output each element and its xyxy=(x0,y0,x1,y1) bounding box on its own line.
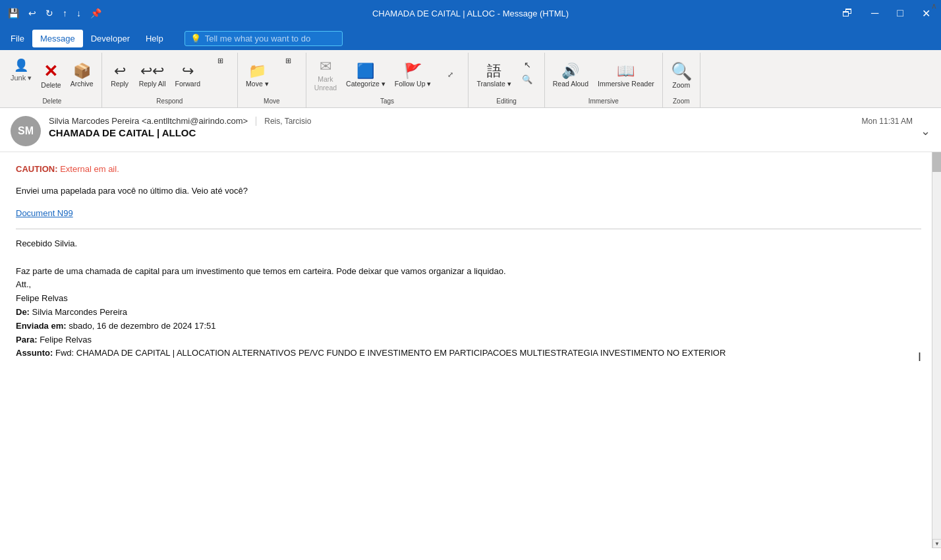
ribbon-group-tags: ✉ MarkUnread 🟦 Categorize ▾ 🚩 Follow Up … xyxy=(306,53,469,107)
fwd-de-value: Silvia Marcondes Pereira xyxy=(32,307,128,317)
tell-me-search[interactable]: 💡 xyxy=(185,31,343,46)
minimize-button[interactable]: ─ xyxy=(866,5,884,22)
forward-icon: ↪ xyxy=(182,64,194,78)
fwd-para: Para: Felipe Relvas xyxy=(16,333,921,347)
ribbon-group-immersive: 🔊 Read Aloud 📖 Immersive Reader Immersiv… xyxy=(545,53,663,107)
editing-search-button[interactable]: 🔍 xyxy=(517,72,540,86)
mark-unread-button[interactable]: ✉ MarkUnread xyxy=(310,55,341,96)
reply-button[interactable]: ↩ Reply xyxy=(106,55,134,96)
reply-icon: ↩ xyxy=(114,64,126,78)
tags-expand-button[interactable]: ⤢ xyxy=(436,68,464,82)
scroll-up-icon[interactable]: ↑ xyxy=(60,7,70,20)
follow-up-icon: 🚩 xyxy=(404,64,422,78)
delete-button[interactable]: ✕ Delete xyxy=(37,55,65,96)
junk-icon: 👤 xyxy=(14,58,28,72)
translate-button[interactable]: 語 Translate ▾ xyxy=(472,55,515,96)
move-more-button[interactable]: ⊞ xyxy=(274,55,302,67)
fwd-enviada-label: Enviada em: xyxy=(16,321,67,331)
search-icon: 🔍 xyxy=(522,75,532,84)
read-aloud-button[interactable]: 🔊 Read Aloud xyxy=(549,55,592,96)
reply-name: Felipe Relvas xyxy=(16,292,921,306)
undo-icon[interactable]: ↩ xyxy=(26,7,39,20)
email-divider xyxy=(16,229,921,229)
junk-button[interactable]: 👤 Junk ▾ xyxy=(7,55,36,85)
scrollbar-down-arrow[interactable]: ▼ xyxy=(932,539,941,548)
immersive-group-label: Immersive xyxy=(549,96,658,107)
move-group-label: Move xyxy=(242,96,302,107)
text-cursor: I xyxy=(918,350,921,364)
email-from: Silvia Marcodes Pereira <a.entlltchmi@ai… xyxy=(49,116,248,126)
archive-icon: 📦 xyxy=(73,64,91,78)
zoom-icon: 🔍 xyxy=(671,63,692,80)
categorize-label: Categorize ▾ xyxy=(346,80,385,88)
fwd-assunto: Assunto: Fwd: CHAMADA DE CAPITAL | ALLOC… xyxy=(16,347,921,360)
fwd-de: De: Silvia Marcondes Pereira xyxy=(16,306,921,320)
zoom-group-buttons: 🔍 Zoom xyxy=(667,53,696,96)
immersive-reader-label: Immersive Reader xyxy=(598,80,654,88)
move-icon: 📁 xyxy=(248,64,266,78)
menu-developer[interactable]: Developer xyxy=(83,30,138,47)
expand-email-header-button[interactable]: ⌄ xyxy=(913,124,930,138)
read-aloud-icon: 🔊 xyxy=(561,64,579,78)
fwd-enviada-value: sbado, 16 de dezembro de 2024 17:51 xyxy=(69,321,215,331)
reply-all-button[interactable]: ↩↩ Reply All xyxy=(135,55,170,96)
move-label: Move ▾ xyxy=(246,80,269,88)
email-body: CAUTION: External em ail. Enviei uma pap… xyxy=(0,152,941,548)
email-content-area: CAUTION: External em ail. Enviei uma pap… xyxy=(0,152,941,548)
delete-label: Delete xyxy=(41,81,61,90)
scrollbar-track[interactable]: ▲ ▼ xyxy=(932,152,941,548)
fwd-de-label: De: xyxy=(16,307,30,317)
email-header-info: Silvia Marcodes Pereira <a.entlltchmi@ai… xyxy=(49,116,913,138)
zoom-group-label: Zoom xyxy=(667,96,696,107)
pin-icon[interactable]: 📌 xyxy=(88,7,104,20)
save-icon[interactable]: 💾 xyxy=(5,7,22,20)
document-link[interactable]: Document N99 xyxy=(16,208,73,218)
menu-help[interactable]: Help xyxy=(138,30,171,47)
move-button[interactable]: 📁 Move ▾ xyxy=(242,55,273,96)
forward-button[interactable]: ↪ Forward xyxy=(171,55,205,96)
sender-avatar: SM xyxy=(11,116,41,146)
archive-button[interactable]: 📦 Archive xyxy=(67,55,98,96)
cursor-icon: ↖ xyxy=(524,61,531,69)
ribbon-group-delete: 👤 Junk ▾ ✕ Delete 📦 Archive Delete xyxy=(3,53,102,107)
reply-label: Reply xyxy=(111,80,128,88)
redo-icon[interactable]: ↻ xyxy=(43,7,56,20)
body-link-para: Document N99 xyxy=(16,207,921,220)
follow-up-label: Follow Up ▾ xyxy=(395,80,432,88)
translate-label: Translate ▾ xyxy=(476,80,511,88)
fwd-assunto-label: Assunto: xyxy=(16,348,53,358)
tags-group-buttons: ✉ MarkUnread 🟦 Categorize ▾ 🚩 Follow Up … xyxy=(310,53,465,96)
caution-bar: CAUTION: External em ail. xyxy=(16,164,921,174)
fwd-para-value: Felipe Relvas xyxy=(40,335,92,345)
categorize-icon: 🟦 xyxy=(356,64,374,78)
editing-cursor-button[interactable]: ↖ xyxy=(517,58,540,71)
immersive-reader-button[interactable]: 📖 Immersive Reader xyxy=(594,55,658,96)
tell-me-input[interactable] xyxy=(205,34,337,43)
menu-bar: File Message Developer Help 💡 xyxy=(0,26,941,50)
respond-more-button[interactable]: ⊞ xyxy=(206,55,233,67)
email-to: Reis, Tarcisio xyxy=(256,117,311,126)
move-group-buttons: 📁 Move ▾ ⊞ xyxy=(242,53,302,96)
scroll-down-icon[interactable]: ↓ xyxy=(74,7,84,20)
scrollbar-thumb[interactable] xyxy=(932,152,941,172)
fwd-para-label: Para: xyxy=(16,335,38,345)
translate-icon: 語 xyxy=(487,64,501,78)
body-para-1: Enviei uma papelada para você no último … xyxy=(16,184,921,198)
email-from-line: Silvia Marcodes Pereira <a.entlltchmi@ai… xyxy=(49,116,913,126)
mark-unread-label: MarkUnread xyxy=(314,75,337,92)
follow-up-button[interactable]: 🚩 Follow Up ▾ xyxy=(391,55,436,96)
fwd-assunto-value: Fwd: CHAMADA DE CAPITAL | ALLOCATION ALT… xyxy=(55,348,726,358)
fwd-enviada: Enviada em: sbado, 16 de dezembro de 202… xyxy=(16,320,921,333)
menu-file[interactable]: File xyxy=(3,30,32,47)
categorize-button[interactable]: 🟦 Categorize ▾ xyxy=(342,55,389,96)
respond-group-buttons: ↩ Reply ↩↩ Reply All ↪ Forward ⊞ xyxy=(106,53,233,96)
ribbon-group-move: 📁 Move ▾ ⊞ Move xyxy=(238,53,306,107)
restore-window-button[interactable]: 🗗 xyxy=(837,5,858,22)
delete-group-buttons: 👤 Junk ▾ ✕ Delete 📦 Archive xyxy=(7,53,98,96)
caution-text: External em ail. xyxy=(60,164,119,174)
maximize-button[interactable]: □ xyxy=(892,5,909,22)
menu-message[interactable]: Message xyxy=(32,30,83,47)
respond-more-icon: ⊞ xyxy=(215,58,224,64)
zoom-button[interactable]: 🔍 Zoom xyxy=(667,55,696,96)
ribbon-collapse-button[interactable]: ∧ xyxy=(927,0,941,12)
